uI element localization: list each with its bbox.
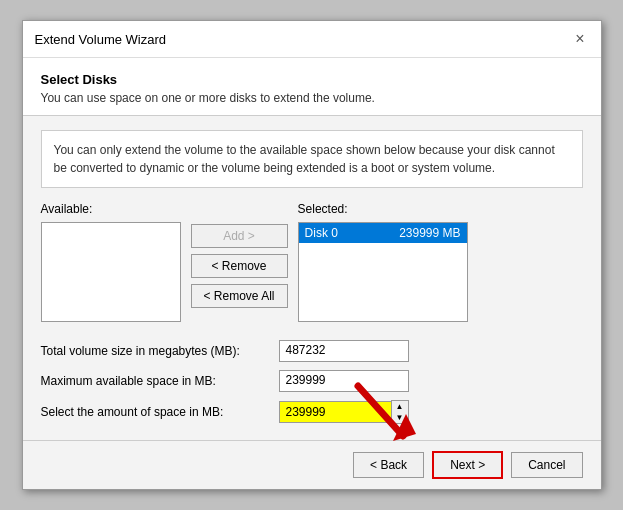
extend-volume-dialog: Extend Volume Wizard × Select Disks You … [22, 20, 602, 490]
dialog-title: Extend Volume Wizard [35, 32, 167, 47]
available-column: Available: [41, 202, 181, 322]
select-space-row: Select the amount of space in MB: ▲ ▼ [41, 400, 583, 424]
remove-all-button[interactable]: < Remove All [191, 284, 288, 308]
close-button[interactable]: × [571, 29, 588, 49]
selected-label: Selected: [298, 202, 468, 216]
disk-section: Available: Add > < Remove < Remove All S… [41, 202, 583, 322]
next-button[interactable]: Next > [432, 451, 503, 479]
total-volume-row: Total volume size in megabytes (MB): 487… [41, 340, 583, 362]
available-list[interactable] [41, 222, 181, 322]
available-label: Available: [41, 202, 181, 216]
total-volume-value: 487232 [279, 340, 409, 362]
max-space-value: 239999 [279, 370, 409, 392]
footer: < Back Next > Cancel [23, 440, 601, 489]
selected-disk-item[interactable]: Disk 0 239999 MB [299, 223, 467, 243]
select-space-label: Select the amount of space in MB: [41, 405, 271, 419]
spin-up-button[interactable]: ▲ [392, 401, 408, 412]
info-box: You can only extend the volume to the av… [41, 130, 583, 188]
spin-buttons: ▲ ▼ [391, 400, 409, 424]
remove-button[interactable]: < Remove [191, 254, 288, 278]
max-space-label: Maximum available space in MB: [41, 374, 271, 388]
header-title: Select Disks [41, 72, 583, 87]
selected-column: Selected: Disk 0 239999 MB [298, 202, 468, 322]
selected-disk-size: 239999 MB [399, 226, 460, 240]
total-volume-label: Total volume size in megabytes (MB): [41, 344, 271, 358]
title-bar: Extend Volume Wizard × [23, 21, 601, 58]
selected-disk-name: Disk 0 [305, 226, 338, 240]
select-space-input[interactable] [279, 401, 391, 423]
add-button[interactable]: Add > [191, 224, 288, 248]
header-section: Select Disks You can use space on one or… [23, 58, 601, 115]
transfer-buttons: Add > < Remove < Remove All [191, 224, 288, 308]
selected-list[interactable]: Disk 0 239999 MB [298, 222, 468, 322]
back-button[interactable]: < Back [353, 452, 424, 478]
fields-section: Total volume size in megabytes (MB): 487… [41, 340, 583, 424]
content-area: You can only extend the volume to the av… [23, 116, 601, 440]
cancel-button[interactable]: Cancel [511, 452, 582, 478]
header-description: You can use space on one or more disks t… [41, 91, 583, 105]
select-space-spinbox: ▲ ▼ [279, 400, 409, 424]
spin-down-button[interactable]: ▼ [392, 412, 408, 423]
max-space-row: Maximum available space in MB: 239999 [41, 370, 583, 392]
